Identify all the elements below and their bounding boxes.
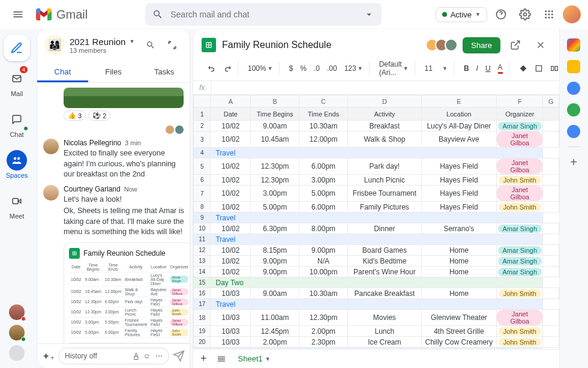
row-header[interactable]: 5 [194, 158, 211, 175]
cell[interactable]: 2.00pm [251, 337, 299, 348]
bold-button[interactable]: B [461, 63, 472, 74]
cell[interactable]: 12.30pm [299, 310, 348, 326]
number-format-dropdown[interactable]: 123▼ [342, 63, 365, 74]
cell[interactable]: 12.30pm [251, 158, 299, 175]
row-header[interactable]: 11 [194, 234, 211, 245]
all-sheets-button[interactable] [214, 353, 229, 365]
borders-button[interactable] [532, 63, 545, 74]
cell[interactable]: Lucy's All-Day Diner [421, 121, 496, 131]
tab-chat[interactable]: Chat [37, 61, 88, 82]
cell[interactable]: Janet Gilboa [497, 131, 543, 148]
nav-spaces[interactable]: Spaces [0, 145, 34, 184]
cell[interactable]: Lunch [348, 326, 422, 337]
cell[interactable]: 10.30am [299, 288, 348, 299]
nav-meet[interactable]: Meet [0, 186, 34, 225]
add-sheet-button[interactable]: + [198, 351, 209, 366]
search-options-button[interactable] [361, 7, 377, 22]
pinned-contact[interactable] [9, 325, 25, 340]
cell[interactable]: 10/02 [211, 175, 251, 186]
redo-button[interactable] [221, 63, 234, 74]
row-header[interactable]: 14 [194, 267, 211, 277]
compose-input[interactable]: History off A ☺ ⋯ [58, 348, 169, 364]
get-addons-button[interactable]: + [570, 155, 577, 169]
cell[interactable]: Home [421, 256, 496, 267]
cell[interactable]: John Smith [497, 202, 543, 213]
row-header[interactable]: 13 [194, 256, 211, 267]
cell[interactable]: Hayes Field [421, 175, 496, 186]
cell[interactable]: Amar Singh [497, 245, 543, 256]
cell[interactable]: 9.00am [251, 288, 299, 299]
cell[interactable]: Amar Singh [497, 256, 543, 267]
column-header[interactable]: C [299, 95, 348, 107]
cell[interactable]: 3.00pm [251, 186, 299, 202]
row-header[interactable]: 2 [194, 121, 211, 131]
cell[interactable]: 4th Street Grille [421, 326, 496, 337]
cell[interactable]: Bayview Ave [421, 131, 496, 148]
cell[interactable]: 10/02 [211, 202, 251, 213]
nav-chat[interactable]: Chat [0, 104, 34, 143]
row-header[interactable]: 1 [194, 107, 211, 121]
cell[interactable]: 6.00pm [299, 202, 348, 213]
contacts-addon[interactable] [567, 103, 580, 116]
cell[interactable]: 10/03 [211, 288, 251, 299]
row-header[interactable]: 18 [194, 310, 211, 326]
header-cell[interactable]: Time Begins [251, 107, 299, 121]
sheet-tab[interactable]: Sheet1▼ [233, 352, 275, 366]
cell[interactable]: Home [421, 288, 496, 299]
cell[interactable]: 10.00pm [299, 267, 348, 277]
cell[interactable]: 11.00am [251, 310, 299, 326]
cell[interactable]: 10/02 [211, 223, 251, 234]
row-header[interactable]: 20 [194, 337, 211, 348]
header-cell[interactable]: Location [421, 107, 496, 121]
decrease-decimal-button[interactable]: .0 [311, 63, 322, 74]
keep-addon[interactable] [567, 60, 580, 73]
cell[interactable]: 10/02 [211, 131, 251, 148]
cell[interactable]: John Smith [497, 288, 543, 299]
cell[interactable]: Breakfast [348, 121, 422, 131]
share-button[interactable]: Share [463, 37, 500, 53]
close-button[interactable] [530, 35, 551, 55]
cell[interactable]: 3.00pm [299, 175, 348, 186]
cell[interactable]: Park day! [348, 158, 422, 175]
cell[interactable]: 10/02 [211, 158, 251, 175]
percent-button[interactable]: % [298, 63, 309, 74]
header-cell[interactable]: Organizer [497, 107, 543, 121]
help-button[interactable] [491, 4, 511, 25]
row-header[interactable]: 9 [194, 213, 211, 223]
header-cell[interactable]: Date [211, 107, 251, 121]
cell[interactable]: John Smith [497, 337, 543, 348]
pinned-contact[interactable] [9, 304, 25, 320]
reaction-chip[interactable]: 👍3 [64, 110, 86, 121]
row-header[interactable]: 3 [194, 131, 211, 148]
header-cell[interactable]: Activity [348, 107, 422, 121]
cell[interactable]: Parent's Wine Hour [348, 267, 422, 277]
cell[interactable]: Lunch Picnic [348, 175, 422, 186]
underline-button[interactable]: U [483, 63, 493, 74]
row-header[interactable]: 16 [194, 288, 211, 299]
format-icon[interactable]: A [134, 352, 139, 360]
collapse-button[interactable] [162, 35, 182, 55]
cell[interactable]: Frisbee Tournament [348, 186, 422, 202]
font-size-dropdown[interactable]: 11▼ [422, 63, 450, 74]
tab-tasks[interactable]: Tasks [139, 61, 190, 82]
cell[interactable]: 10/03 [211, 337, 251, 348]
row-header[interactable]: 12 [194, 245, 211, 256]
currency-button[interactable]: $ [287, 63, 296, 74]
cell[interactable]: 10/02 [211, 267, 251, 277]
cell[interactable]: Hayes Field [421, 202, 496, 213]
row-header[interactable]: 6 [194, 175, 211, 186]
row-header[interactable]: 19 [194, 326, 211, 337]
sheets-attachment[interactable]: Family Reunion Schedule DateTime BeginsT… [64, 243, 190, 344]
header-cell[interactable]: Time Ends [299, 107, 348, 121]
cell[interactable]: Board Games [348, 245, 422, 256]
emoji-icon[interactable]: ☺ [143, 352, 151, 360]
cell[interactable]: 9.00pm [251, 267, 299, 277]
cell[interactable]: Pancake Breakfast [348, 288, 422, 299]
send-button[interactable] [173, 350, 185, 362]
cell[interactable]: 10/02 [211, 186, 251, 202]
cell[interactable]: 10/03 [211, 310, 251, 326]
fill-color-button[interactable] [517, 63, 530, 74]
account-avatar[interactable] [563, 5, 581, 23]
cell[interactable]: Serrano's [421, 223, 496, 234]
cell[interactable]: Amar Singh [497, 267, 543, 277]
